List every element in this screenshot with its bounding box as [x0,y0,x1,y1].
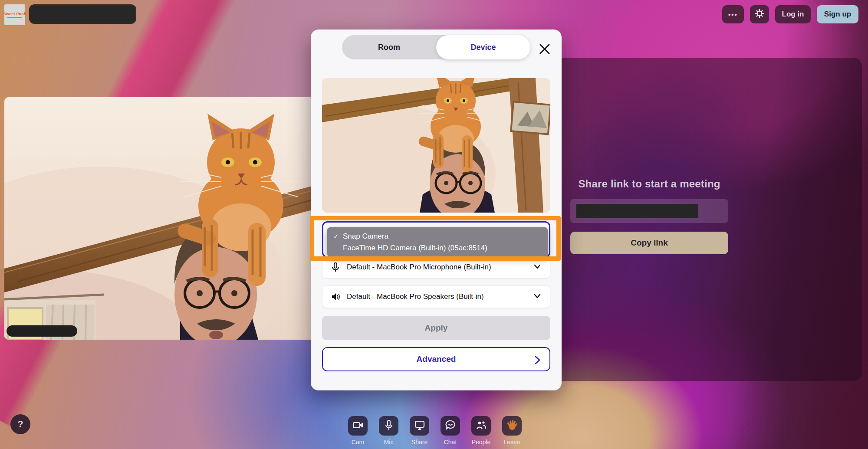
mic-toggle-button[interactable]: Mic [379,416,398,446]
chat-button[interactable]: Chat [441,416,460,446]
speaker-icon [330,292,341,302]
copy-link-button[interactable]: Copy link [570,232,728,254]
question-mark-icon: ? [17,419,23,430]
close-dialog-button[interactable] [538,43,551,56]
cam-toggle-button[interactable]: Cam [348,416,368,446]
people-icon [476,420,487,433]
camera-preview-scene [322,78,550,213]
waving-hand-icon [506,420,518,433]
redacted-meeting-link [576,204,698,218]
camera-dropdown-popup: ✓ Snap Camera ✓ FaceTime HD Camera (Buil… [327,227,548,257]
app-logo-tagline [7,17,22,18]
log-in-button[interactable]: Log in [775,5,811,23]
speakers-select[interactable]: Default - MacBook Pro Speakers (Built-in… [322,285,550,308]
microphone-select[interactable]: Default - MacBook Pro Microphone (Built-… [322,256,550,279]
camera-option-snap[interactable]: ✓ Snap Camera [327,230,548,242]
redacted-room-name [29,4,136,24]
apply-button[interactable]: Apply [322,316,550,340]
people-button[interactable]: People [471,416,491,446]
more-options-button[interactable]: ••• [722,5,744,23]
speakers-select-value: Default - MacBook Pro Speakers (Built-in… [347,292,533,301]
app-logo[interactable]: Sweet Punk [4,4,25,25]
meeting-link-field[interactable] [570,199,728,223]
dialog-tabbar: Room Device [342,35,530,59]
camera-option-label: FaceTime HD Camera (Built-in) (05ac:8514… [343,244,487,252]
share-link-title: Share link to start a meeting [569,178,730,190]
tab-device[interactable]: Device [436,35,530,59]
ellipsis-icon: ••• [728,11,738,18]
share-screen-button[interactable]: Share [410,416,429,446]
camera-preview-video [322,78,550,213]
gear-icon [754,8,765,21]
microphone-select-value: Default - MacBook Pro Microphone (Built-… [347,263,533,272]
close-icon [538,49,551,57]
screen-share-icon [414,420,425,433]
camera-option-facetime[interactable]: ✓ FaceTime HD Camera (Built-in) (05ac:85… [327,242,548,254]
share-label: Share [411,439,427,446]
cam-label: Cam [352,439,365,446]
leave-button[interactable]: Leave [502,416,522,446]
check-icon: ✓ [333,233,343,240]
chevron-down-icon [533,262,542,273]
mic-label: Mic [384,439,394,446]
mic-icon [383,420,395,433]
chevron-down-icon [533,291,542,302]
settings-dialog: Room Device [311,29,562,390]
advanced-button-label: Advanced [417,354,456,364]
tab-room[interactable]: Room [342,35,436,59]
sign-up-button[interactable]: Sign up [817,5,858,23]
settings-button[interactable] [750,5,769,23]
microphone-icon [330,262,341,272]
people-label: People [472,439,491,446]
chevron-right-icon [533,355,542,365]
help-button[interactable]: ? [10,414,30,434]
app-logo-label: Sweet Punk [3,12,26,16]
camera-option-label: Snap Camera [343,232,388,241]
chat-icon [445,420,456,433]
advanced-button[interactable]: Advanced [322,347,550,371]
camera-icon [352,420,364,433]
call-toolbar: Cam Mic Share [348,416,522,446]
redacted-self-name-badge [7,325,77,337]
leave-label: Leave [503,439,520,446]
chat-label: Chat [444,439,457,446]
topbar-actions: ••• Log in Sign up [722,5,858,23]
